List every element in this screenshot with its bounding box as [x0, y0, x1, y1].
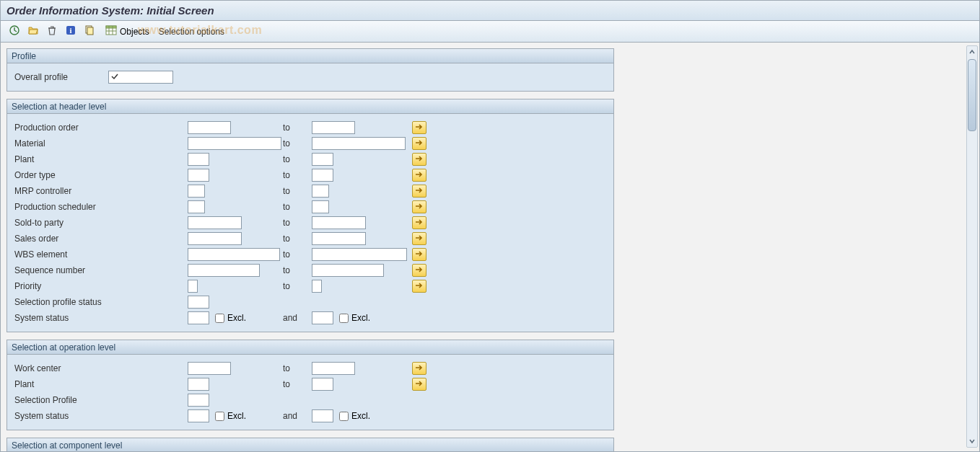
label-work-center: Work center	[7, 363, 188, 373]
row-material: Material to	[7, 136, 613, 151]
folder-open-icon	[27, 25, 39, 38]
plant-op-from[interactable]	[188, 378, 209, 391]
sold-to-party-from[interactable]	[188, 216, 242, 229]
plant-to[interactable]	[312, 153, 333, 166]
panel-component-level: Selection at component level	[6, 438, 614, 451]
arrow-right-icon	[415, 249, 424, 260]
plant-op-to[interactable]	[312, 378, 333, 391]
sales-order-from[interactable]	[188, 232, 242, 245]
material-to[interactable]	[312, 137, 406, 150]
multiple-selection-button[interactable]	[412, 216, 426, 229]
to-label: to	[283, 281, 312, 291]
sequence-number-from[interactable]	[188, 264, 260, 277]
system-status-excl-2-checkbox[interactable]	[339, 314, 349, 323]
work-center-to[interactable]	[312, 362, 355, 375]
info-button[interactable]: i	[63, 25, 79, 39]
selection-profile-status-input[interactable]	[188, 296, 209, 309]
to-label: to	[283, 138, 312, 149]
multiple-selection-button[interactable]	[412, 153, 426, 166]
clock-icon	[9, 25, 20, 38]
label-production-order: Production order	[7, 123, 188, 133]
system-status-excl-1-checkbox[interactable]	[215, 314, 224, 323]
get-variant-button[interactable]	[25, 25, 41, 39]
system-status-op-excl-2-checkbox[interactable]	[339, 412, 349, 421]
multiple-selection-button[interactable]	[412, 248, 426, 261]
multiple-selection-button[interactable]	[412, 280, 426, 293]
production-scheduler-to[interactable]	[312, 200, 329, 213]
copy-button[interactable]	[82, 25, 97, 39]
multiple-selection-button[interactable]	[412, 137, 426, 150]
title-bar: Order Information System: Initial Screen	[1, 1, 979, 21]
to-label: to	[283, 218, 312, 228]
sold-to-party-to[interactable]	[312, 216, 366, 229]
overall-profile-input[interactable]	[108, 71, 173, 84]
execute-button[interactable]	[6, 25, 22, 39]
row-work-center: Work center to	[7, 360, 613, 376]
wbs-element-to[interactable]	[312, 248, 407, 261]
to-label: to	[283, 123, 312, 133]
excl-label: Excl.	[351, 411, 370, 421]
to-label: to	[283, 234, 312, 244]
mrp-controller-from[interactable]	[188, 185, 205, 198]
sequence-number-to[interactable]	[312, 264, 384, 277]
scroll-down-button[interactable]	[967, 435, 977, 447]
to-label: to	[283, 379, 312, 389]
work-center-from[interactable]	[188, 362, 231, 375]
scroll-track[interactable]	[967, 58, 977, 435]
material-from[interactable]	[188, 137, 281, 150]
arrow-right-icon	[415, 281, 424, 291]
panel-profile-header: Profile	[7, 49, 613, 63]
multiple-selection-button[interactable]	[412, 264, 426, 277]
multiple-selection-button[interactable]	[412, 362, 426, 375]
multiple-selection-button[interactable]	[412, 169, 426, 182]
label-selection-profile: Selection Profile	[7, 395, 188, 405]
wbs-element-from[interactable]	[188, 248, 280, 261]
system-status-op-excl-1-checkbox[interactable]	[215, 412, 224, 421]
label-wbs-element: WBS element	[7, 249, 188, 260]
row-system-status-operation: System status Excl. and Excl.	[7, 408, 613, 424]
multiple-selection-button[interactable]	[412, 121, 426, 134]
production-order-from[interactable]	[188, 121, 231, 134]
order-type-to[interactable]	[312, 169, 333, 182]
multiple-selection-button[interactable]	[412, 185, 426, 198]
objects-label: Objects	[120, 27, 149, 37]
selection-options-button[interactable]: Selection options	[154, 25, 229, 39]
multiple-selection-button[interactable]	[412, 200, 426, 213]
scroll-thumb[interactable]	[968, 59, 976, 131]
scroll-up-button[interactable]	[967, 46, 977, 58]
toolbar: i Objects Selection options www.tutorial…	[1, 21, 979, 43]
to-label: to	[283, 154, 312, 164]
production-scheduler-from[interactable]	[188, 200, 205, 213]
vertical-scrollbar[interactable]	[966, 45, 978, 448]
production-order-to[interactable]	[312, 121, 355, 134]
plant-from[interactable]	[188, 153, 209, 166]
order-type-from[interactable]	[188, 169, 209, 182]
priority-from[interactable]	[188, 280, 198, 293]
system-status-op-1-input[interactable]	[188, 409, 209, 422]
multiple-selection-button[interactable]	[412, 232, 426, 245]
priority-to[interactable]	[312, 280, 322, 293]
multiple-selection-button[interactable]	[412, 378, 426, 391]
delete-button[interactable]	[44, 25, 60, 39]
row-sold-to-party: Sold-to party to	[7, 215, 613, 231]
to-label: to	[283, 202, 312, 212]
system-status-2-input[interactable]	[312, 311, 333, 324]
system-status-op-2-input[interactable]	[312, 409, 333, 422]
objects-button[interactable]: Objects	[100, 25, 152, 39]
arrow-right-icon	[415, 154, 424, 164]
sales-order-to[interactable]	[312, 232, 366, 245]
and-label: and	[283, 411, 312, 421]
to-label: to	[283, 363, 312, 373]
chevron-up-icon	[969, 47, 975, 57]
selection-profile-input[interactable]	[188, 394, 209, 407]
label-priority: Priority	[7, 281, 188, 291]
to-label: to	[283, 170, 312, 180]
row-production-scheduler: Production scheduler to	[7, 199, 613, 215]
arrow-right-icon	[415, 186, 424, 196]
system-status-1-input[interactable]	[188, 311, 209, 324]
to-label: to	[283, 186, 312, 196]
mrp-controller-to[interactable]	[312, 185, 329, 198]
arrow-right-icon	[415, 170, 424, 180]
panel-header-level: Selection at header level Production ord…	[6, 99, 614, 332]
arrow-right-icon	[415, 379, 424, 389]
